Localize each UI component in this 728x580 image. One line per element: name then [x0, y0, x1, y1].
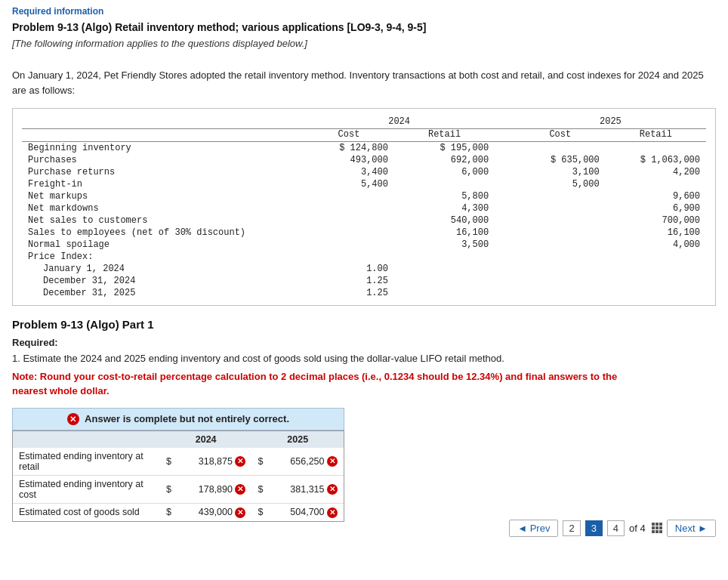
- row-label: January 1, 2024: [22, 263, 304, 275]
- page-2-btn[interactable]: 2: [563, 520, 580, 536]
- answer-label-header: [13, 431, 160, 448]
- year-2024-header: 2024: [304, 115, 495, 129]
- cost-2025-header: Cost: [515, 129, 606, 142]
- retail-2025-header: Retail: [606, 129, 706, 142]
- row-cost2024: [304, 251, 394, 263]
- answer-2025-header: 2025: [251, 431, 344, 448]
- next-button[interactable]: Next ►: [667, 520, 716, 537]
- row-label: Purchase returns: [22, 166, 304, 178]
- answer-row-label: Estimated cost of goods sold: [13, 504, 160, 521]
- note-bold: nearest whole dollar.: [12, 385, 110, 396]
- incorrect-icon-2025: ✕: [327, 508, 338, 518]
- row-retail2025: 16,100: [606, 227, 706, 239]
- answer-val-2024: 439,000 ✕: [177, 504, 252, 521]
- row-cost2025: [515, 142, 606, 155]
- row-retail2025: 4,200: [606, 166, 706, 178]
- table-row: Beginning inventory $ 124,800 $ 195,000: [22, 142, 706, 155]
- grid-icon[interactable]: [652, 523, 662, 533]
- row-cost2024: 1.00: [304, 263, 394, 275]
- answer-status-text: Answer is complete but not entirely corr…: [85, 413, 289, 424]
- incorrect-icon-2024: ✕: [235, 508, 245, 518]
- row-cost2024: [304, 239, 394, 251]
- inventory-data-table: 2024 2025 Cost Retail Cost Retail Beginn…: [22, 115, 706, 299]
- row-retail2025: 6,900: [606, 202, 706, 214]
- row-retail2024: [394, 251, 495, 263]
- status-icon: ✕: [67, 413, 79, 425]
- applies-note: [The following information applies to th…: [12, 38, 716, 49]
- answer-row-label: Estimated ending inventory at retail: [13, 448, 160, 476]
- year-2025-header: 2025: [515, 115, 706, 129]
- row-cost2025: 3,100: [515, 166, 606, 178]
- row-spacer: [495, 178, 515, 190]
- table-row: December 31, 2025 1.25: [22, 287, 706, 299]
- table-row: Normal spoilage 3,500 4,000: [22, 239, 706, 251]
- table-row: Freight-in 5,400 5,000: [22, 178, 706, 190]
- row-spacer: [495, 154, 515, 166]
- row-retail2025: [606, 287, 706, 299]
- data-table-wrapper: 2024 2025 Cost Retail Cost Retail Beginn…: [12, 108, 716, 306]
- note-text: Note: Round your cost-to-retail percenta…: [12, 369, 716, 399]
- row-retail2024: [394, 178, 495, 190]
- row-retail2024: [394, 287, 495, 299]
- answer-2024-header: 2024: [160, 431, 252, 448]
- row-cost2025: [515, 275, 606, 287]
- answer-table-row: Estimated ending inventory at cost $ 178…: [13, 476, 344, 504]
- page-3-btn[interactable]: 3: [585, 520, 603, 536]
- row-spacer: [495, 263, 515, 275]
- incorrect-icon-2025: ✕: [327, 456, 338, 467]
- of-label: of 4: [629, 523, 646, 534]
- answer-val-2025: 504,700 ✕: [269, 504, 344, 521]
- row-label: December 31, 2024: [22, 275, 304, 287]
- row-retail2025: [606, 263, 706, 275]
- row-cost2025: [515, 263, 606, 275]
- row-label: Freight-in: [22, 178, 304, 190]
- answer-row-label: Estimated ending inventory at cost: [13, 476, 160, 504]
- row-label: Normal spoilage: [22, 239, 304, 251]
- row-cost2025: $ 635,000: [515, 154, 606, 166]
- answer-dollar-2024: $: [160, 504, 177, 521]
- answer-val-2025: 381,315 ✕: [269, 476, 344, 504]
- row-spacer: [495, 202, 515, 214]
- row-retail2024: [394, 263, 495, 275]
- row-cost2024: 1.25: [304, 287, 394, 299]
- answer-dollar-2025: $: [251, 504, 269, 521]
- answer-dollar-2025: $: [251, 448, 269, 476]
- row-cost2025: [515, 202, 606, 214]
- prev-button[interactable]: ◄ Prev: [509, 520, 558, 537]
- answer-table: 2024 2025 Estimated ending inventory at …: [13, 431, 344, 521]
- incorrect-icon-2024: ✕: [235, 456, 245, 467]
- row-cost2025: [515, 239, 606, 251]
- row-cost2025: [515, 214, 606, 227]
- row-spacer: [495, 287, 515, 299]
- required-text: 1. Estimate the 2024 and 2025 ending inv…: [12, 351, 716, 366]
- spacer-header: [495, 115, 515, 129]
- empty-header: [22, 115, 304, 129]
- table-row: Purchases 493,000 692,000 $ 635,000 $ 1,…: [22, 154, 706, 166]
- row-retail2024: 16,100: [394, 227, 495, 239]
- row-label: Beginning inventory: [22, 142, 304, 155]
- row-retail2024: 692,000: [394, 154, 495, 166]
- answer-table-header-row: 2024 2025: [13, 431, 344, 448]
- row-retail2025: [606, 275, 706, 287]
- row-cost2024: 5,400: [304, 178, 394, 190]
- retail-2024-header: Retail: [394, 129, 495, 142]
- row-label: Net markdowns: [22, 202, 304, 214]
- row-retail2024: 3,500: [394, 239, 495, 251]
- row-label: Price Index:: [22, 251, 304, 263]
- row-spacer: [495, 166, 515, 178]
- answer-table-row: Estimated cost of goods sold $ 439,000 ✕…: [13, 504, 344, 521]
- row-retail2024: 4,300: [394, 202, 495, 214]
- row-retail2024: 540,000: [394, 214, 495, 227]
- required-info-label: Required information: [12, 6, 716, 17]
- row-cost2025: [515, 227, 606, 239]
- table-row: December 31, 2024 1.25: [22, 275, 706, 287]
- page-4-btn[interactable]: 4: [607, 520, 625, 536]
- row-cost2025: [515, 251, 606, 263]
- row-retail2025: 700,000: [606, 214, 706, 227]
- row-label: December 31, 2025: [22, 287, 304, 299]
- intro-text: On January 1, 2024, Pet Friendly Stores …: [12, 68, 716, 97]
- row-retail2024: $ 195,000: [394, 142, 495, 155]
- row-cost2025: 5,000: [515, 178, 606, 190]
- row-cost2024: [304, 214, 394, 227]
- answer-val-2024: 318,875 ✕: [177, 448, 252, 476]
